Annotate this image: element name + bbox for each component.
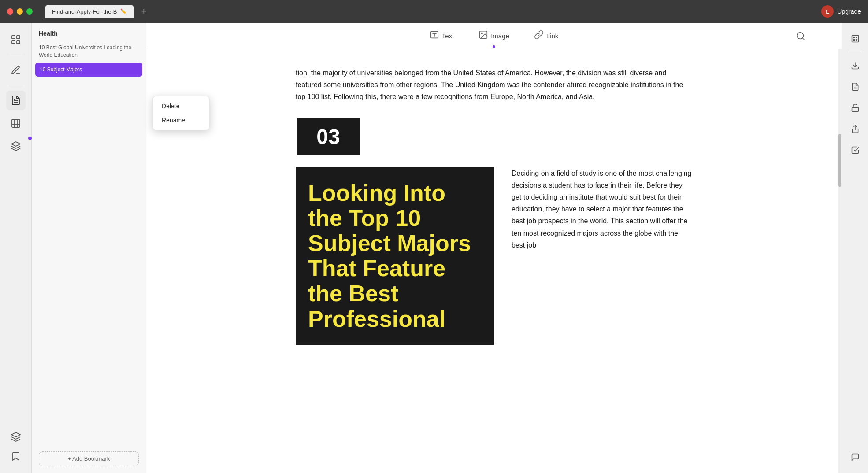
lock-button[interactable] (846, 99, 864, 117)
avatar: L (821, 5, 834, 18)
bookmark-icon-btn[interactable] (6, 447, 26, 466)
bookmarks-header: Health (32, 23, 146, 41)
stack-icon-btn[interactable] (6, 427, 26, 447)
right-text: Deciding on a field of study is one of t… (512, 167, 692, 251)
content-row: Looking Into the Top 10 Subject Majors T… (296, 167, 692, 345)
svg-rect-23 (852, 107, 858, 111)
text-icon (430, 30, 439, 42)
svg-rect-0 (12, 36, 15, 39)
content-right-text: Deciding on a field of study is one of t… (512, 167, 692, 251)
image-number: 03 (316, 119, 340, 155)
svg-rect-20 (852, 36, 858, 42)
pdfa-button[interactable] (846, 78, 864, 96)
image-feature-box: Looking Into the Top 10 Subject Majors T… (296, 167, 494, 345)
image-tool-button[interactable]: Image (473, 27, 515, 44)
add-bookmark-button[interactable]: + Add Bookmark (39, 451, 139, 466)
titlebar: Find-and-Apply-For-the-B ✏️ + L Upgrade (0, 0, 868, 23)
svg-marker-12 (11, 432, 20, 437)
tab-label: Find-and-Apply-For-the-B (52, 8, 117, 15)
scroll-thumb[interactable] (838, 134, 841, 187)
image-block: 03 Looking Into the Top 10 Subject Major… (296, 117, 692, 345)
toolbar: Text Image (146, 23, 842, 49)
edit-icon-btn[interactable] (6, 60, 26, 80)
svg-marker-11 (11, 142, 20, 146)
new-tab-button[interactable]: + (141, 7, 146, 17)
paragraph-1: tion, the majority of universities belon… (296, 67, 692, 103)
table-icon-btn[interactable] (6, 114, 26, 133)
check-button[interactable] (846, 141, 864, 159)
upgrade-section[interactable]: L Upgrade (821, 5, 861, 18)
svg-rect-3 (17, 41, 20, 44)
bookmarks-panel: Health 10 Best Global Universities Leadi… (32, 23, 146, 473)
image-number-box: 03 (296, 117, 361, 157)
ocr-button[interactable] (846, 30, 864, 48)
left-sidebar (0, 23, 32, 473)
share-button[interactable] (846, 120, 864, 138)
context-menu-delete[interactable]: Delete (153, 99, 209, 113)
image-icon (479, 30, 488, 42)
search-button[interactable] (790, 29, 811, 44)
svg-point-18 (797, 32, 804, 39)
pages-icon-btn[interactable] (6, 91, 26, 110)
link-icon (534, 30, 544, 42)
main-content: Text Image (146, 23, 842, 473)
sidebar-divider-2 (9, 85, 23, 85)
link-tool-button[interactable]: Link (529, 27, 564, 44)
right-panel (842, 23, 868, 473)
context-menu: Delete Rename (152, 96, 210, 130)
upgrade-label: Upgrade (837, 8, 861, 15)
link-tool-label: Link (546, 32, 559, 40)
context-menu-rename[interactable]: Rename (153, 113, 209, 127)
text-tool-button[interactable]: Text (424, 27, 460, 44)
svg-rect-6 (12, 119, 20, 127)
extract-button[interactable] (846, 57, 864, 74)
active-indicator-dot (28, 137, 32, 140)
layers-icon-btn[interactable] (6, 137, 26, 156)
traffic-lights (7, 8, 33, 15)
chat-button[interactable] (846, 448, 864, 466)
app-body: Health 10 Best Global Universities Leadi… (0, 23, 868, 473)
scroll-track (838, 49, 842, 473)
sidebar-divider-1 (9, 55, 23, 55)
content-area[interactable]: tion, the majority of universities belon… (146, 49, 842, 473)
svg-rect-1 (17, 36, 20, 39)
text-tool-label: Text (442, 32, 454, 40)
bookmarks-icon-btn[interactable] (6, 30, 26, 49)
tab[interactable]: Find-and-Apply-For-the-B ✏️ (45, 5, 134, 18)
bookmarks-footer: + Add Bookmark (32, 444, 146, 473)
close-button[interactable] (7, 8, 13, 15)
content-text: tion, the majority of universities belon… (296, 67, 692, 345)
bookmark-item-0[interactable]: 10 Best Global Universities Leading the … (32, 41, 146, 63)
minimize-button[interactable] (17, 8, 23, 15)
svg-rect-2 (12, 41, 15, 44)
maximize-button[interactable] (26, 8, 33, 15)
edit-icon: ✏️ (120, 8, 127, 15)
svg-point-17 (482, 33, 483, 34)
svg-line-19 (802, 38, 804, 40)
right-divider-1 (849, 52, 861, 52)
image-tool-label: Image (491, 32, 509, 40)
bookmark-item-1[interactable]: 10 Subject Majors (35, 63, 142, 77)
